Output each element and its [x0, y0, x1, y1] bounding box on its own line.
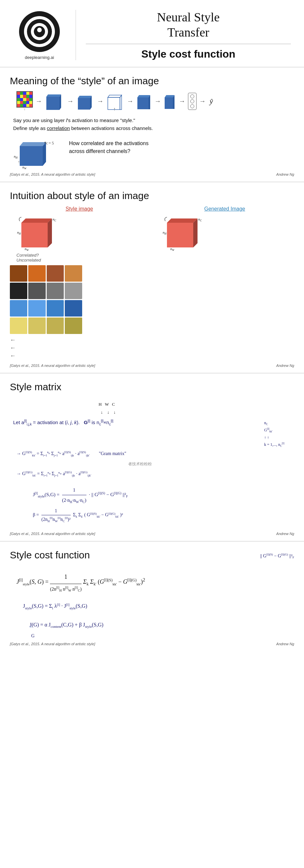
svg-point-5 — [37, 28, 42, 32]
activation-definition: Let a[l]i,j,k = activation at (i, j, k).… — [13, 418, 291, 427]
svg-marker-21 — [173, 95, 174, 109]
svg-marker-9 — [78, 96, 92, 98]
mf-den: (2n[l]H n[l]W n[l]C) — [50, 584, 81, 594]
logo-label: deeplearning.ai — [25, 55, 54, 60]
arrow-left-3: ← — [10, 352, 149, 359]
fraction-beta: 1 (2nH[l]nW[l]nC[l])² — [41, 507, 71, 524]
generated-tensor: nH nW nC — [162, 215, 295, 251]
texture-cell — [28, 317, 46, 334]
main-cost-formula: J[l]style(S, G) = 1 (2n[l]H n[l]W n[l]C)… — [16, 570, 288, 594]
slide3-author: Andrew Ng — [276, 532, 294, 536]
cube1 — [45, 92, 64, 111]
texture-cell — [10, 265, 27, 282]
slide-style-matrix: Style matrix H W C ↓ ↓ ↓ Let a[l]i,j,k =… — [0, 373, 304, 541]
svg-marker-24 — [43, 142, 46, 166]
svg-text:↑: ↑ — [113, 106, 116, 111]
slide-meaning: Meaning of the “style” of an image ↑ → → — [0, 67, 304, 182]
gram-formulas: → G[l](S)kk' = Σi=1nH Σj=1nW a[l](S)ijk … — [16, 449, 291, 479]
hwc-annotation: H W C ↓ ↓ ↓ — [99, 400, 291, 416]
svg-rect-10 — [78, 98, 90, 110]
correlated-note: Correlated?Uncorrelated — [16, 253, 142, 262]
output-nodes — [188, 93, 197, 110]
slide4-footer: [Gatys et al., 2015. A neural algorithm … — [10, 642, 294, 646]
style-visual-row: nH nW nC ↑ = 5 How correlated are the ac… — [13, 136, 294, 169]
slide2-author: Andrew Ng — [276, 364, 294, 368]
g-label: G — [31, 633, 294, 639]
subtitle: Style cost function — [86, 48, 291, 60]
slide1-title: Meaning of the “style” of an image — [10, 75, 294, 87]
slide2-citation: [Gatys et al., 2015. A neural algorithm … — [10, 364, 95, 368]
svg-marker-12 — [108, 95, 122, 97]
slide4-title: Style cost function — [10, 550, 90, 561]
title-area: Neural StyleTransfer Style cost function — [76, 10, 291, 60]
beta-annotation: β = 1 (2nH[l]nW[l]nC[l])² Σk Σk' ( G[l](… — [33, 507, 291, 524]
svg-text:nH: nH — [14, 154, 18, 159]
slide1-footer: [Gatys et al., 2015. A neural algorithm … — [10, 173, 294, 176]
arrow-left-1: ← — [10, 337, 149, 343]
svg-text:nC: nC — [198, 217, 202, 222]
svg-rect-31 — [21, 223, 48, 247]
deeplearning-logo — [18, 10, 61, 53]
frac-num-1: 1 — [73, 485, 76, 495]
svg-text:nH: nH — [163, 230, 167, 235]
cube2 — [76, 92, 94, 110]
slide1-citation: [Gatys et al., 2015. A neural algorithm … — [10, 173, 95, 176]
svg-text:nH: nH — [17, 230, 21, 235]
tensor-diagram: nH nW nC ↑ = 5 — [13, 136, 59, 169]
slide2-title: Intuition about style of an image — [10, 190, 294, 202]
slide3-citation: [Gatys et al., 2015. A neural algorithm … — [10, 532, 95, 536]
jg-underline: J — [30, 622, 32, 627]
cube5 — [164, 93, 176, 110]
svg-rect-17 — [137, 97, 148, 109]
node2 — [190, 99, 194, 103]
intuition-cols: Style image nH nW nC Correlated?Uncorrel… — [10, 206, 294, 360]
main-title: Neural StyleTransfer — [86, 10, 291, 40]
texture-cell — [28, 283, 46, 299]
y-hat: ŷ — [210, 97, 213, 105]
logo-area: deeplearning.ai — [13, 10, 66, 60]
desc-line1: Say you are using layer l's activation t… — [13, 118, 135, 123]
arrow5: → — [154, 97, 162, 105]
texture-cell — [65, 283, 82, 299]
generated-col-title: Generated Image — [156, 206, 295, 212]
style-question: How correlated are the activationsacross… — [69, 136, 148, 155]
style-col-title: Style image — [10, 206, 149, 212]
svg-marker-38 — [193, 218, 198, 247]
texture-cell — [10, 283, 27, 299]
style-tensor: nH nW nC — [16, 215, 149, 251]
generated-tensor-svg: nH nW nC — [162, 215, 228, 251]
svg-marker-6 — [46, 94, 61, 97]
slide3-footer: [Gatys et al., 2015. A neural algorithm … — [10, 532, 294, 536]
texture-cell — [47, 283, 64, 299]
svg-marker-32 — [48, 218, 52, 247]
nc-annotation: nC G[l]kk' ↑ ↑ k = 1,..., nC[l] — [264, 420, 284, 449]
main-fraction: 1 (2n[l]H n[l]W n[l]C) — [50, 570, 81, 594]
svg-rect-7 — [46, 97, 60, 110]
texture-cell — [28, 265, 46, 282]
generated-col: Generated Image nH nW nC — [156, 206, 295, 360]
svg-rect-20 — [165, 97, 173, 109]
svg-marker-8 — [60, 94, 61, 110]
svg-marker-36 — [167, 218, 198, 223]
arrow6: → — [178, 97, 186, 105]
texture-cell — [65, 300, 82, 316]
formula-line2: 者技术粉粉粉 — [128, 462, 152, 466]
texture-cell — [10, 300, 27, 316]
cube4 — [136, 92, 152, 110]
arrow1: → — [35, 97, 43, 105]
tensor-svg: nH nW nC ↑ = 5 — [13, 136, 59, 169]
arrow-left-2: ← — [10, 344, 149, 351]
desc-line2: Define style as correlation between acti… — [13, 125, 153, 131]
slide-intuition: Intuition about style of an image Style … — [0, 182, 304, 373]
texture-cell — [47, 300, 64, 316]
cube3-outlined: ↑ — [106, 91, 124, 111]
slide2-footer: [Gatys et al., 2015. A neural algorithm … — [10, 364, 294, 368]
arrow7: → — [199, 97, 206, 105]
slide1-author: Andrew Ng — [276, 173, 294, 176]
j-style-formula: J[l]style(S,G) = 1 (2·nH·nW·nC) · || G[l… — [33, 485, 291, 505]
total-cost-formula: J(G) = α Jcontent(C,G) + β Jstyle(S,G) — [30, 620, 274, 630]
header-section: deeplearning.ai Neural StyleTransfer Sty… — [0, 0, 304, 67]
style-matrix-content: H W C ↓ ↓ ↓ Let a[l]i,j,k = activation a… — [10, 397, 294, 528]
formula-line3: → G[l](G)kk' = Σi=1nH Σj=1nW a[l](G)ijk … — [16, 471, 91, 476]
slide-style-cost: Style cost function || G[l](S) − G[l](G)… — [0, 541, 304, 651]
